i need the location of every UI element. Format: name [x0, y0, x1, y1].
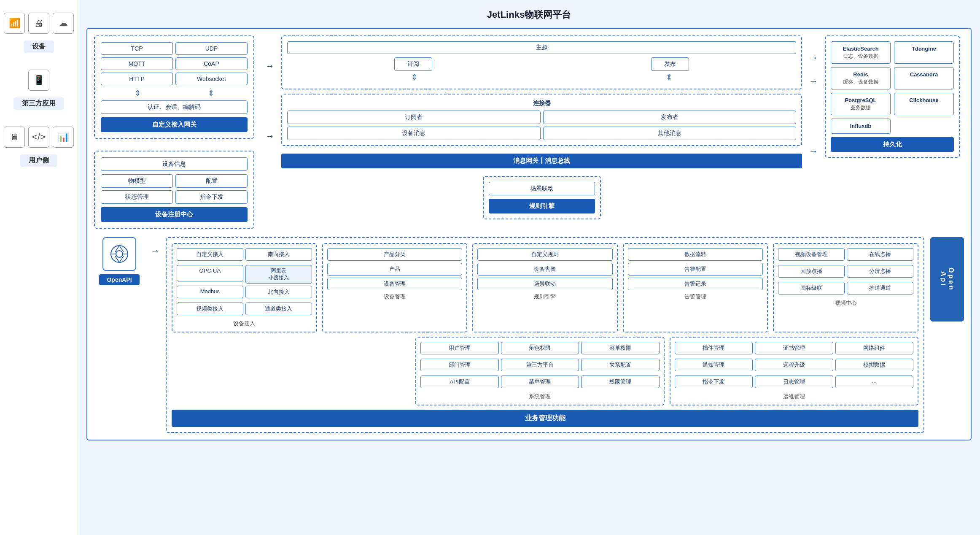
main-content: JetLinks物联网平台 TCP UDP MQTT CoAP HTTP Web… [78, 0, 980, 535]
device-mgmt-label: 设备管理 [327, 293, 463, 300]
video-row2: 回放点播 分屏点播 [778, 265, 913, 280]
topic-title: 主题 [287, 41, 796, 54]
protocol-grid: TCP UDP MQTT CoAP HTTP Websocket [101, 42, 248, 85]
sys-row3: API配置 菜单管理 权限管理 [420, 376, 659, 390]
alert-mgmt-label: 告警管理 [628, 293, 763, 300]
connector-box: 连接器 订阅者 发布者 设备消息 其他消息 [281, 94, 802, 146]
ellipsis-item: ... [835, 376, 913, 388]
opc-ua-item: OPC-UA [177, 265, 243, 281]
gateway-box: TCP UDP MQTT CoAP HTTP Websocket ⇕ ⇕ 认证、… [94, 35, 254, 139]
register-center-btn: 设备注册中心 [101, 207, 248, 222]
product-category-item: 产品分类 [327, 248, 463, 261]
split-screen: 分屏点播 [847, 265, 913, 278]
video-access-item: 视频类接入 [177, 303, 243, 315]
middle-col: 主题 订阅 发布 ⇕ ⇕ 连接器 订阅者 发布者 [281, 35, 802, 219]
openapi-label: OpenAPI [99, 274, 139, 285]
device-group: 📶 🖨 ☁ 设备 [4, 13, 74, 53]
third-party-icons: 📱 [28, 70, 49, 91]
data-flow-item: 数据流转 [628, 248, 763, 261]
business-bar: 业务管理功能 [172, 410, 918, 427]
left-mid-arrows: → → [265, 35, 275, 142]
tdengine-item: Tdengine [894, 41, 954, 64]
device-msg-btn: 设备消息 [287, 127, 541, 140]
device-info-title: 设备信息 [101, 157, 248, 171]
device-mgmt-item: 设备管理 [327, 278, 463, 290]
double-arrow-2: ⇕ [208, 89, 214, 98]
state-btn: 状态管理 [101, 190, 173, 204]
cloud-icon: ☁ [53, 13, 74, 34]
perm-mgmt: 权限管理 [581, 376, 659, 388]
video-device-mgmt: 视频设备管理 [778, 248, 845, 261]
access-row1: 自定义接入 南向接入 [177, 248, 312, 263]
device-alarm-item: 设备告警 [477, 263, 613, 276]
product-item: 产品 [327, 263, 463, 276]
platform-title: JetLinks物联网平台 [86, 8, 972, 21]
video-row1: 视频设备管理 在线点播 [778, 248, 913, 263]
scene-linkage-item: 场景联动 [477, 278, 613, 290]
topic-arrow-1: ⇕ [411, 73, 417, 82]
aliyun-item: 阿里云 [248, 267, 310, 274]
xiaodu-item: 小度接入 [248, 274, 310, 281]
coap-btn: CoAP [175, 57, 248, 70]
user-side-icons: 🖥 </> 📊 [4, 127, 74, 148]
elastic-item: ElasticSearch 日志、设备数据 [831, 41, 891, 64]
outer-border: TCP UDP MQTT CoAP HTTP Websocket ⇕ ⇕ 认证、… [86, 28, 972, 440]
message-bus-bar: 消息网关丨消息总线 [281, 154, 802, 168]
http-btn: HTTP [101, 73, 173, 85]
router-icon: 🖨 [28, 13, 49, 34]
storage-section: ElasticSearch 日志、设备数据 Tdengine Redis 缓存、… [825, 35, 960, 158]
left-col: TCP UDP MQTT CoAP HTTP Websocket ⇕ ⇕ 认证、… [94, 35, 258, 229]
access-row3: Modbus 北向接入 [177, 286, 312, 300]
code-icon: </> [28, 127, 49, 148]
svg-point-1 [116, 251, 123, 257]
user-mgmt: 用户管理 [420, 342, 498, 354]
log-mgmt: 日志管理 [755, 376, 833, 388]
plugin-mgmt: 插件管理 [675, 342, 753, 354]
tcp-btn: TCP [101, 42, 173, 55]
role-perm: 角色权限 [501, 342, 579, 354]
screen-icon: 🖥 [4, 127, 25, 148]
topic-arrow-2: ⇕ [666, 73, 672, 82]
menu-mgmt: 菜单管理 [501, 376, 579, 388]
device-access-group: 自定义接入 南向接入 OPC-UA 阿里云 小度接入 Modbus [172, 243, 317, 332]
postgresql-item: PostgreSQL 业务数据 [831, 93, 891, 115]
scene-btn: 场景联动 [489, 182, 595, 195]
network-comp: 网络组件 [835, 342, 913, 354]
rule-engine-biz-group: 自定义规则 设备告警 场景联动 规则引擎 [472, 243, 618, 332]
remote-upgrade: 远程升级 [755, 359, 833, 371]
scene-rules-box: 场景联动 规则引擎 [483, 176, 601, 219]
third-party-group: 📱 第三方应用 [13, 70, 64, 110]
video-row3: 国标级联 推送通道 [778, 282, 913, 297]
dept-mgmt: 部门管理 [420, 359, 498, 371]
rel-config: 关系配置 [581, 359, 659, 371]
system-ops-modules: 用户管理 角色权限 菜单权限 部门管理 第三方平台 关系配置 API配置 菜单管… [172, 337, 918, 405]
access-row4: 视频类接入 通道类接入 [177, 303, 312, 317]
wumoxing-btn: 物模型 [101, 174, 173, 188]
cmd-issue: 指令下发 [675, 376, 753, 388]
video-center-label: 视频中心 [778, 299, 913, 307]
topic-box: 主题 订阅 发布 ⇕ ⇕ [281, 35, 802, 89]
user-side-label: 用户侧 [20, 154, 57, 167]
gateway-title-btn: 自定义接入网关 [101, 117, 248, 132]
subscriber-btn: 订阅者 [287, 111, 541, 124]
sys-mgmt-label: 系统管理 [420, 393, 659, 400]
video-center-group: 视频设备管理 在线点播 回放点播 分屏点播 国标级联 推送通道 视频中心 [773, 243, 918, 332]
alert-mgmt-group: 数据流转 告警配置 告警记录 告警管理 [623, 243, 768, 332]
modbus-item: Modbus [177, 286, 243, 298]
north-access-item: 北向接入 [245, 286, 312, 298]
connector-title: 连接器 [287, 100, 796, 107]
south-access-item: 南向接入 [245, 248, 312, 261]
openapi-box: OpenAPI [94, 237, 145, 285]
custom-access-item: 自定义接入 [177, 248, 243, 261]
openapi-arrow: → [151, 237, 160, 257]
business-outer: 自定义接入 南向接入 OPC-UA 阿里云 小度接入 Modbus [166, 237, 924, 433]
push-channel: 推送通道 [847, 282, 913, 295]
open-api-label: OpenApi [940, 268, 955, 292]
sys-mgmt-group: 用户管理 角色权限 菜单权限 部门管理 第三方平台 关系配置 API配置 菜单管… [415, 337, 664, 405]
clickhouse-item: Clickhouse [894, 93, 954, 115]
wifi-icon: 📶 [4, 13, 25, 34]
user-side-group: 🖥 </> 📊 用户侧 [4, 127, 74, 167]
custom-rule-item: 自定义规则 [477, 248, 613, 261]
online-vod: 在线点播 [847, 248, 913, 261]
config-btn: 配置 [175, 174, 248, 188]
